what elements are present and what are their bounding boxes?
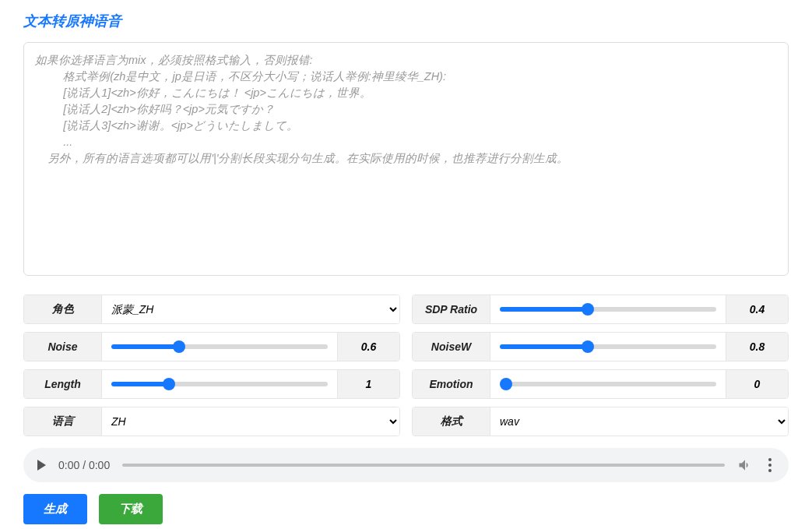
sdp-control: SDP Ratio 0.4	[412, 294, 789, 324]
noise-label: Noise	[24, 333, 102, 361]
page-title: 文本转原神语音	[0, 0, 812, 42]
language-label: 语言	[24, 407, 102, 436]
noisew-value: 0.8	[726, 333, 788, 361]
length-value: 1	[337, 370, 399, 398]
format-select[interactable]: wav	[490, 407, 788, 436]
language-control: 语言 ZH	[23, 407, 400, 436]
generate-button[interactable]: 生成	[23, 494, 87, 524]
length-slider[interactable]	[111, 382, 328, 386]
noise-value: 0.6	[337, 333, 399, 361]
role-select[interactable]: 派蒙_ZH	[102, 295, 399, 323]
audio-player: 0:00 / 0:00	[23, 448, 789, 482]
noise-control: Noise 0.6	[23, 332, 400, 361]
play-icon[interactable]	[37, 460, 46, 471]
length-control: Length 1	[23, 369, 400, 399]
format-control: 格式 wav	[412, 407, 789, 436]
sdp-value: 0.4	[726, 295, 788, 323]
role-control: 角色 派蒙_ZH	[23, 294, 400, 324]
noisew-slider[interactable]	[500, 344, 716, 349]
audio-time: 0:00 / 0:00	[58, 459, 110, 471]
audio-progress[interactable]	[122, 464, 725, 467]
length-label: Length	[24, 370, 102, 398]
format-label: 格式	[413, 407, 490, 436]
more-icon[interactable]	[765, 455, 775, 475]
emotion-slider[interactable]	[500, 382, 716, 386]
download-button[interactable]: 下载	[99, 494, 163, 524]
noisew-label: NoiseW	[413, 333, 490, 361]
language-select[interactable]: ZH	[102, 407, 399, 436]
sdp-label: SDP Ratio	[413, 295, 490, 323]
noise-slider[interactable]	[111, 344, 328, 349]
volume-icon[interactable]	[737, 457, 753, 473]
emotion-label: Emotion	[413, 370, 490, 398]
noisew-control: NoiseW 0.8	[412, 332, 789, 361]
emotion-control: Emotion 0	[412, 369, 789, 399]
text-input[interactable]	[23, 42, 789, 276]
emotion-value: 0	[726, 370, 788, 398]
sdp-slider[interactable]	[500, 307, 716, 312]
role-label: 角色	[24, 295, 102, 323]
